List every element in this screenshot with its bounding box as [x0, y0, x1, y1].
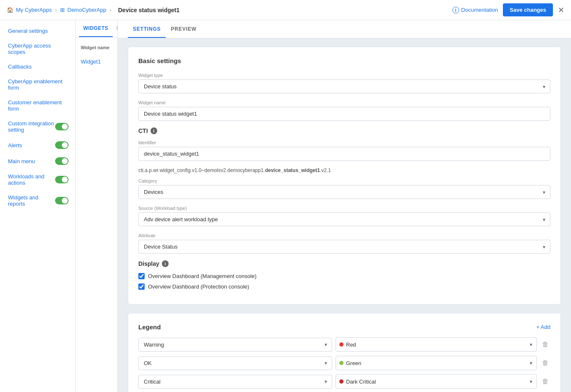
- top-bar: 🏠 My CyberApps › ⊞ DemoCyberApp › Device…: [0, 0, 571, 20]
- display-section-header: Display i: [138, 260, 550, 267]
- content-body: Basic settings Widget type Device status…: [118, 38, 571, 392]
- legend-color-dot-3: [339, 379, 344, 384]
- sidebar-item-cyberapp-enablement-form[interactable]: CyberApp enablement form: [0, 74, 75, 95]
- legend-right-arrow-1: ▼: [529, 342, 533, 347]
- widget-name-input[interactable]: [138, 107, 550, 121]
- legend-left-1-wrapper: Warning ▼: [138, 338, 332, 352]
- sidebar-item-custom-integration-setting[interactable]: Custom integration setting: [0, 116, 75, 137]
- toggle-custom-integration-setting[interactable]: [55, 123, 69, 130]
- widget-list: Widget name Widget1: [76, 37, 117, 72]
- checkbox-mgmt-input[interactable]: [138, 273, 145, 279]
- identifier-label: Identifier: [138, 140, 550, 145]
- attribute-field: Attribute Device Status ▼: [138, 233, 550, 254]
- breadcrumb-area: 🏠 My CyberApps › ⊞ DemoCyberApp › Device…: [7, 7, 180, 13]
- legend-color-dot-2: [339, 361, 344, 365]
- content-tab-settings[interactable]: SETTINGS: [128, 20, 166, 38]
- sidebar-item-customer-enablement-form[interactable]: Customer enablement form: [0, 95, 75, 116]
- sidebar-item-general-settings[interactable]: General settings: [0, 24, 75, 38]
- left-sidebar: General settings CyberApp access scopes …: [0, 20, 76, 392]
- widget-type-label: Widget type: [138, 73, 550, 78]
- widget-list-header: Widget name: [76, 41, 117, 54]
- sidebar-item-workloads-and-actions[interactable]: Workloads and actions: [0, 169, 75, 190]
- toggle-workloads-and-actions[interactable]: [55, 176, 69, 183]
- breadcrumb-sep-1: ›: [55, 7, 57, 13]
- display-label: Display: [138, 260, 159, 267]
- documentation-label: Documentation: [461, 7, 498, 13]
- sidebar-label-alerts: Alerts: [8, 142, 22, 148]
- widget-type-select[interactable]: Device status: [138, 79, 550, 93]
- middle-panel: WIDGETS REPO... Widget name Widget1: [76, 20, 118, 392]
- toggle-widgets-and-reports[interactable]: [55, 197, 69, 204]
- info-circle-icon: i: [452, 7, 459, 13]
- page-title: Device status widget1: [118, 7, 180, 13]
- legend-card: Legend + Add Warning ▼ Red: [128, 313, 561, 392]
- sidebar-item-cyberapp-access-scopes[interactable]: CyberApp access scopes: [0, 38, 75, 59]
- legend-delete-1[interactable]: 🗑: [540, 340, 550, 349]
- sidebar-item-callbacks[interactable]: Callbacks: [0, 59, 75, 74]
- cti-info-icon[interactable]: i: [151, 127, 157, 134]
- category-label: Category: [138, 178, 550, 183]
- legend-right-select-2[interactable]: Green: [346, 360, 526, 366]
- toggle-main-menu[interactable]: [55, 157, 69, 165]
- sidebar-item-alerts[interactable]: Alerts: [0, 137, 75, 153]
- cti-path: cti.a.p.wr.widget_config.v1.0~demolsv2.d…: [138, 167, 550, 173]
- display-info-icon[interactable]: i: [162, 260, 169, 267]
- category-select[interactable]: Devices: [138, 185, 550, 199]
- legend-header: Legend + Add: [138, 323, 550, 331]
- save-button[interactable]: Save changes: [503, 3, 553, 16]
- sidebar-item-main-menu[interactable]: Main menu: [0, 153, 75, 169]
- legend-right-select-3[interactable]: Dark Critical: [346, 379, 526, 385]
- legend-right-arrow-3: ▼: [529, 379, 533, 384]
- breadcrumb-my-cyberapps[interactable]: 🏠 My CyberApps: [7, 7, 52, 13]
- checkbox-prot-input[interactable]: [138, 283, 145, 290]
- checkbox-mgmt: Overview Dashboard (Management console): [138, 273, 550, 279]
- checkbox-prot: Overview Dashboard (Protection console): [138, 283, 550, 290]
- source-select[interactable]: Adv device alert workload type: [138, 212, 550, 226]
- sidebar-label-workloads-and-actions: Workloads and actions: [8, 173, 55, 186]
- widget-type-select-wrapper: Device status ▼: [138, 79, 550, 93]
- cti-section-header: CTI i: [138, 127, 550, 134]
- cti-path-suffix: .v2.1: [320, 167, 331, 173]
- legend-delete-3[interactable]: 🗑: [540, 377, 550, 386]
- legend-row-3: Critical ▼ Dark Critical ▼ 🗑: [138, 374, 550, 389]
- legend-left-3-wrapper: Critical ▼: [138, 375, 332, 389]
- legend-left-select-2[interactable]: OK: [138, 356, 332, 370]
- toggle-alerts[interactable]: [55, 141, 69, 149]
- breadcrumb-demo-cyberapp[interactable]: ⊞ DemoCyberApp: [60, 7, 106, 13]
- legend-left-select-1[interactable]: Warning: [138, 338, 332, 352]
- home-icon: 🏠: [7, 7, 13, 13]
- attribute-select[interactable]: Device Status: [138, 240, 550, 254]
- legend-right-1-wrapper: Red ▼: [336, 337, 537, 352]
- legend-left-select-3[interactable]: Critical: [138, 375, 332, 389]
- sidebar-label-custom-integration-setting: Custom integration setting: [8, 120, 55, 133]
- content-tabs: SETTINGS PREVIEW: [118, 20, 571, 38]
- legend-delete-2[interactable]: 🗑: [540, 358, 550, 368]
- legend-right-2-wrapper: Green ▼: [336, 356, 537, 370]
- layout: General settings CyberApp access scopes …: [0, 20, 571, 392]
- add-legend-button[interactable]: + Add: [536, 324, 550, 330]
- basic-settings-card: Basic settings Widget type Device status…: [128, 47, 561, 305]
- legend-right-select-1[interactable]: Red: [346, 342, 526, 348]
- documentation-link[interactable]: i Documentation: [452, 7, 498, 13]
- tab-widgets[interactable]: WIDGETS: [79, 20, 113, 37]
- main-content: SETTINGS PREVIEW Basic settings Widget t…: [118, 20, 571, 392]
- close-button[interactable]: ✕: [558, 5, 564, 15]
- identifier-input[interactable]: [138, 147, 550, 161]
- basic-settings-title: Basic settings: [138, 57, 550, 64]
- sidebar-item-widgets-and-reports[interactable]: Widgets and reports: [0, 190, 75, 211]
- sidebar-label-customer-enablement-form: Customer enablement form: [8, 99, 69, 112]
- widget-list-item[interactable]: Widget1: [76, 54, 117, 69]
- tab-reports[interactable]: REPO...: [113, 20, 118, 37]
- legend-right-3-wrapper: Dark Critical ▼: [336, 374, 537, 389]
- grid-icon: ⊞: [60, 7, 65, 13]
- sidebar-label-general-settings: General settings: [8, 28, 48, 34]
- category-select-wrapper: Devices ▼: [138, 185, 550, 199]
- legend-row-2: OK ▼ Green ▼ 🗑: [138, 356, 550, 370]
- cti-path-prefix: cti.a.p.wr.widget_config.v1.0~demolsv2.d…: [138, 167, 265, 173]
- sidebar-label-cyberapp-enablement-form: CyberApp enablement form: [8, 78, 69, 91]
- sidebar-label-main-menu: Main menu: [8, 158, 35, 164]
- middle-tab-bar: WIDGETS REPO...: [76, 20, 117, 37]
- content-tab-preview[interactable]: PREVIEW: [166, 20, 201, 38]
- cti-label: CTI: [138, 127, 148, 134]
- breadcrumb-label-2: DemoCyberApp: [67, 7, 106, 13]
